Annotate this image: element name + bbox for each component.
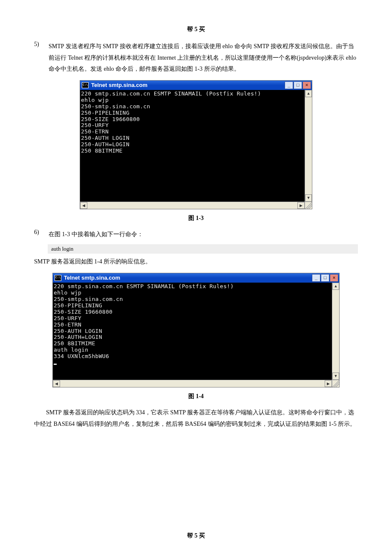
window-title: Telnet smtp.sina.com — [64, 275, 120, 281]
list-text: 在图 1-3 中接着输入如下一行命令： — [49, 229, 358, 240]
scroll-down-icon[interactable]: ▼ — [305, 194, 312, 202]
resize-grip[interactable] — [332, 380, 339, 387]
scroll-left-icon[interactable]: ◀ — [80, 202, 87, 209]
titlebar: C:\ Telnet smtp.sina.com _ □ × — [53, 273, 339, 283]
close-button[interactable]: × — [330, 274, 338, 282]
maximize-button[interactable]: □ — [321, 274, 329, 282]
minimize-button[interactable]: _ — [312, 274, 320, 282]
terminal-window-1: C:\ Telnet smtp.sina.com _ □ × 220 smtp.… — [80, 80, 312, 209]
scroll-up-icon[interactable]: ▲ — [332, 283, 339, 290]
scroll-right-icon[interactable]: ▶ — [297, 202, 305, 209]
list-text: SMTP 发送者程序与 SMTP 接收者程序建立连接后，接着应该使用 ehlo … — [49, 41, 358, 75]
list-item-5: 5) SMTP 发送者程序与 SMTP 接收者程序建立连接后，接着应该使用 eh… — [34, 41, 358, 75]
scroll-down-icon[interactable]: ▼ — [332, 373, 339, 380]
terminal-window-2: C:\ Telnet smtp.sina.com _ □ × 220 smtp.… — [52, 273, 340, 387]
paragraph: SMTP 服务器返回的响应状态码为 334，它表示 SMTP 服务器正在等待客户… — [34, 407, 358, 430]
list-number: 5) — [34, 41, 49, 48]
cursor-icon — [54, 364, 57, 365]
titlebar: C:\ Telnet smtp.sina.com _ □ × — [80, 81, 312, 90]
page-footer: 帮 5 买 — [34, 532, 358, 540]
list-number: 6) — [34, 229, 49, 236]
horizontal-scrollbar[interactable]: ◀ ▶ — [80, 202, 305, 209]
horizontal-scrollbar[interactable]: ◀ ▶ — [53, 380, 332, 387]
window-title: Telnet smtp.sina.com — [91, 82, 147, 88]
vertical-scrollbar[interactable]: ▲ ▼ — [332, 283, 339, 380]
paragraph: SMTP 服务器返回如图 1-4 所示的响应信息。 — [34, 256, 358, 268]
cmd-icon: C:\ — [82, 82, 89, 88]
scroll-right-icon[interactable]: ▶ — [325, 380, 332, 387]
maximize-button[interactable]: □ — [294, 81, 302, 89]
figure-caption-1-4: 图 1-4 — [34, 393, 358, 400]
code-line-auth-login: auth login — [48, 244, 358, 254]
figure-caption-1-3: 图 1-3 — [34, 214, 358, 222]
terminal-output: 220 smtp.sina.com.cn ESMTP SINAMAIL (Pos… — [80, 90, 305, 202]
resize-grip[interactable] — [305, 202, 312, 209]
list-item-6: 6) 在图 1-3 中接着输入如下一行命令： — [34, 229, 358, 240]
scroll-left-icon[interactable]: ◀ — [53, 380, 60, 387]
page-header: 帮 5 买 — [34, 26, 358, 33]
terminal-output: 220 smtp.sina.com.cn ESMTP SINAMAIL (Pos… — [53, 283, 332, 380]
scroll-up-icon[interactable]: ▲ — [305, 90, 312, 97]
cmd-icon: C:\ — [55, 275, 61, 281]
minimize-button[interactable]: _ — [285, 81, 293, 89]
close-button[interactable]: × — [303, 81, 311, 89]
vertical-scrollbar[interactable]: ▲ ▼ — [305, 90, 312, 202]
